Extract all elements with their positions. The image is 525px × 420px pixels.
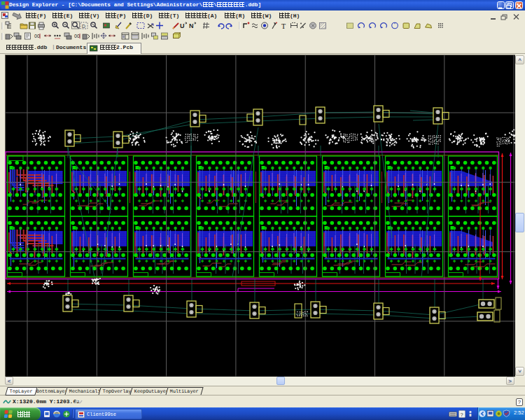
svg-text:00: 00 xyxy=(74,34,80,38)
svg-text:?: ? xyxy=(461,412,463,418)
svg-text:D: D xyxy=(82,24,85,29)
svg-text:T: T xyxy=(281,22,286,30)
svg-text:N: N xyxy=(189,22,194,29)
svg-text:00: 00 xyxy=(34,34,40,38)
svg-text:U: U xyxy=(180,22,185,29)
